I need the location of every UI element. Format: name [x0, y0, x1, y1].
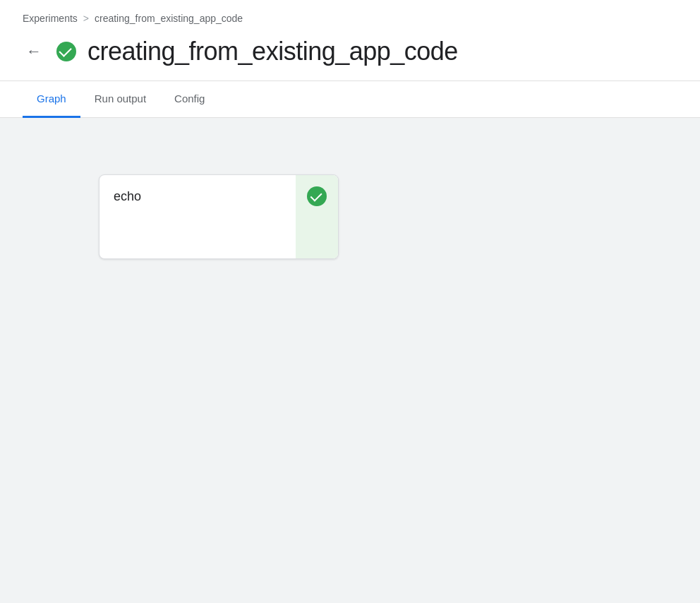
breadcrumb-current: creating_from_existing_app_code [95, 13, 243, 24]
breadcrumb: Experiments > creating_from_existing_app… [23, 0, 677, 30]
page-title: creating_from_existing_app_code [88, 37, 458, 66]
node-success-icon [307, 186, 327, 206]
tab-config[interactable]: Config [160, 81, 219, 118]
back-button[interactable]: ← [23, 40, 45, 63]
tabs-row: Graph Run output Config [0, 81, 700, 118]
tab-run-output[interactable]: Run output [80, 81, 160, 118]
graph-node-label: echo [114, 189, 141, 204]
success-status-icon [56, 42, 76, 61]
title-row: ← creating_from_existing_app_code [23, 30, 677, 80]
graph-canvas: echo [0, 118, 700, 603]
graph-node-echo[interactable]: echo [99, 174, 339, 259]
graph-node-side [296, 175, 338, 258]
graph-node-main: echo [99, 175, 296, 258]
breadcrumb-parent[interactable]: Experiments [23, 13, 78, 24]
tab-graph[interactable]: Graph [23, 81, 80, 118]
breadcrumb-separator: > [83, 13, 89, 24]
